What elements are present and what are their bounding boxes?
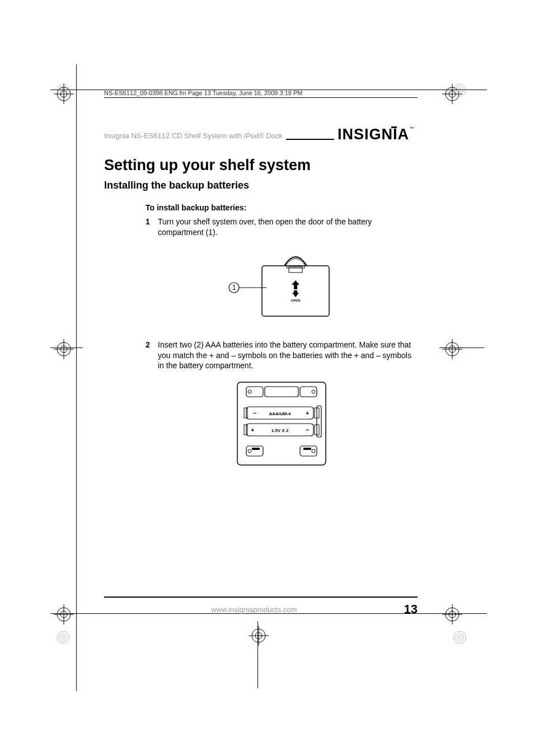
svg-point-39 bbox=[458, 636, 461, 639]
color-rosette-icon bbox=[56, 630, 71, 645]
battery-type-label: AAA/UM-4 bbox=[269, 411, 291, 416]
svg-point-30 bbox=[62, 88, 65, 92]
brand-logo: ▬ INSIGNIA™ bbox=[338, 126, 418, 143]
registration-mark-icon bbox=[54, 339, 74, 359]
svg-rect-48 bbox=[246, 387, 263, 397]
svg-point-37 bbox=[453, 631, 466, 644]
callout-number: 1 bbox=[232, 284, 236, 292]
svg-text:+: + bbox=[306, 410, 309, 416]
svg-point-65 bbox=[248, 449, 251, 453]
svg-rect-54 bbox=[244, 408, 247, 418]
svg-text:−: − bbox=[306, 426, 309, 433]
svg-point-35 bbox=[59, 633, 67, 641]
svg-point-29 bbox=[59, 86, 67, 94]
battery-voltage-label: 1.5V X 2 bbox=[271, 428, 289, 433]
color-rosette-icon bbox=[452, 83, 467, 97]
svg-rect-50 bbox=[265, 387, 298, 397]
svg-rect-51 bbox=[300, 387, 317, 397]
color-rosette-icon bbox=[56, 83, 71, 97]
svg-point-49 bbox=[248, 390, 251, 393]
procedure-heading: To install backup batteries: bbox=[146, 203, 418, 213]
svg-rect-69 bbox=[303, 448, 311, 450]
svg-rect-67 bbox=[300, 446, 317, 456]
svg-point-28 bbox=[57, 84, 69, 96]
svg-point-32 bbox=[456, 86, 463, 94]
svg-point-33 bbox=[458, 88, 461, 92]
color-rosette-icon bbox=[452, 630, 467, 645]
step-text: Turn your shelf system over, then open t… bbox=[158, 217, 418, 238]
svg-point-31 bbox=[453, 84, 466, 96]
page-title: Setting up your shelf system bbox=[104, 157, 418, 174]
svg-rect-66 bbox=[252, 448, 260, 450]
svg-point-52 bbox=[312, 390, 315, 393]
step-number: 2 bbox=[146, 340, 158, 372]
section-heading: Installing the backup batteries bbox=[104, 180, 418, 191]
running-header: Insignia NS-ES6112 CD Shelf System with … bbox=[104, 132, 283, 143]
figure-battery-compartment: − AAA/UM-4 + + 1.5V X 2 − bbox=[146, 379, 418, 468]
svg-text:−: − bbox=[253, 410, 256, 416]
footer-url: www.insigniaproducts.com bbox=[104, 605, 404, 614]
step-text: Insert two (2) AAA batteries into the ba… bbox=[158, 340, 418, 372]
header-rule bbox=[286, 139, 334, 140]
registration-mark-icon bbox=[442, 339, 462, 359]
svg-rect-59 bbox=[244, 425, 247, 435]
page-number: 13 bbox=[404, 602, 418, 617]
step-2: 2 Insert two (2) AAA batteries into the … bbox=[146, 340, 418, 372]
open-label: OPEN bbox=[291, 299, 300, 302]
figure-battery-door: 1 OPEN bbox=[146, 246, 418, 324]
step-1: 1 Turn your shelf system over, then open… bbox=[146, 217, 418, 238]
svg-marker-45 bbox=[292, 280, 299, 289]
registration-mark-icon bbox=[54, 604, 74, 624]
svg-rect-64 bbox=[246, 446, 263, 456]
svg-point-68 bbox=[312, 449, 315, 453]
svg-point-34 bbox=[57, 631, 69, 644]
svg-point-38 bbox=[456, 633, 463, 641]
svg-point-36 bbox=[62, 636, 65, 639]
registration-mark-icon bbox=[249, 626, 269, 646]
svg-marker-46 bbox=[292, 290, 299, 297]
page-slug: NS-ES6112_09-0398 ENG.fm Page 13 Tuesday… bbox=[104, 90, 418, 98]
registration-mark-icon bbox=[442, 604, 462, 624]
svg-text:+: + bbox=[251, 426, 254, 433]
step-number: 1 bbox=[146, 217, 158, 238]
